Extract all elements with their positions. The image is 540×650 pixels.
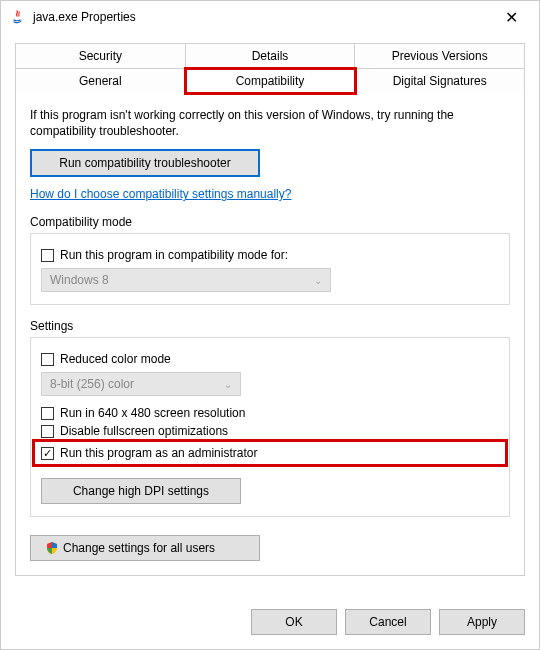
compat-mode-label: Compatibility mode	[30, 215, 510, 229]
reduced-color-checkbox[interactable]	[41, 353, 54, 366]
tab-general[interactable]: General	[16, 69, 186, 93]
run-as-admin-row[interactable]: Run this program as an administrator	[41, 446, 499, 460]
run-640-checkbox[interactable]	[41, 407, 54, 420]
tab-row-1: Security Details Previous Versions	[15, 43, 525, 68]
tab-compatibility[interactable]: Compatibility	[186, 69, 356, 93]
compat-mode-checkbox-row[interactable]: Run this program in compatibility mode f…	[41, 248, 499, 262]
chevron-down-icon: ⌄	[224, 379, 232, 390]
reduced-color-row[interactable]: Reduced color mode	[41, 352, 499, 366]
close-icon: ✕	[505, 8, 518, 27]
chevron-down-icon: ⌄	[314, 275, 322, 286]
tabs-container: Security Details Previous Versions Gener…	[1, 33, 539, 576]
compat-mode-box: Run this program in compatibility mode f…	[30, 233, 510, 305]
intro-text: If this program isn't working correctly …	[30, 107, 510, 139]
shield-icon	[45, 541, 59, 555]
settings-box: Reduced color mode 8-bit (256) color ⌄ R…	[30, 337, 510, 517]
window-title: java.exe Properties	[33, 10, 136, 24]
tab-digital-signatures[interactable]: Digital Signatures	[355, 69, 524, 93]
tab-security[interactable]: Security	[16, 44, 186, 68]
close-button[interactable]: ✕	[491, 3, 531, 31]
color-mode-combo[interactable]: 8-bit (256) color ⌄	[41, 372, 241, 396]
tab-details[interactable]: Details	[186, 44, 356, 68]
ok-button[interactable]: OK	[251, 609, 337, 635]
compat-mode-combo-value: Windows 8	[50, 273, 109, 287]
compat-mode-combo[interactable]: Windows 8 ⌄	[41, 268, 331, 292]
tab-previous-versions[interactable]: Previous Versions	[355, 44, 524, 68]
run-640-label: Run in 640 x 480 screen resolution	[60, 406, 245, 420]
manual-settings-link[interactable]: How do I choose compatibility settings m…	[30, 187, 291, 201]
dialog-footer: OK Cancel Apply	[1, 595, 539, 649]
all-users-wrap: Change settings for all users	[30, 535, 510, 561]
reduced-color-label: Reduced color mode	[60, 352, 171, 366]
run-as-admin-highlight: Run this program as an administrator	[35, 442, 505, 464]
properties-window: java.exe Properties ✕ Security Details P…	[0, 0, 540, 650]
run-troubleshooter-button[interactable]: Run compatibility troubleshooter	[30, 149, 260, 177]
change-all-users-label: Change settings for all users	[63, 541, 215, 555]
disable-fullscreen-row[interactable]: Disable fullscreen optimizations	[41, 424, 499, 438]
tab-panel-compatibility: If this program isn't working correctly …	[15, 92, 525, 576]
titlebar: java.exe Properties ✕	[1, 1, 539, 33]
apply-button[interactable]: Apply	[439, 609, 525, 635]
group-compat-mode: Compatibility mode Run this program in c…	[30, 215, 510, 305]
group-settings: Settings Reduced color mode 8-bit (256) …	[30, 319, 510, 517]
color-mode-combo-value: 8-bit (256) color	[50, 377, 134, 391]
compat-mode-checkbox[interactable]	[41, 249, 54, 262]
compat-mode-checkbox-label: Run this program in compatibility mode f…	[60, 248, 288, 262]
cancel-button[interactable]: Cancel	[345, 609, 431, 635]
settings-label: Settings	[30, 319, 510, 333]
change-all-users-button[interactable]: Change settings for all users	[30, 535, 260, 561]
change-dpi-button[interactable]: Change high DPI settings	[41, 478, 241, 504]
run-640-row[interactable]: Run in 640 x 480 screen resolution	[41, 406, 499, 420]
run-as-admin-label: Run this program as an administrator	[60, 446, 257, 460]
run-as-admin-checkbox[interactable]	[41, 447, 54, 460]
disable-fullscreen-label: Disable fullscreen optimizations	[60, 424, 228, 438]
disable-fullscreen-checkbox[interactable]	[41, 425, 54, 438]
java-icon	[9, 9, 25, 25]
tab-row-2: General Compatibility Digital Signatures	[15, 68, 525, 93]
